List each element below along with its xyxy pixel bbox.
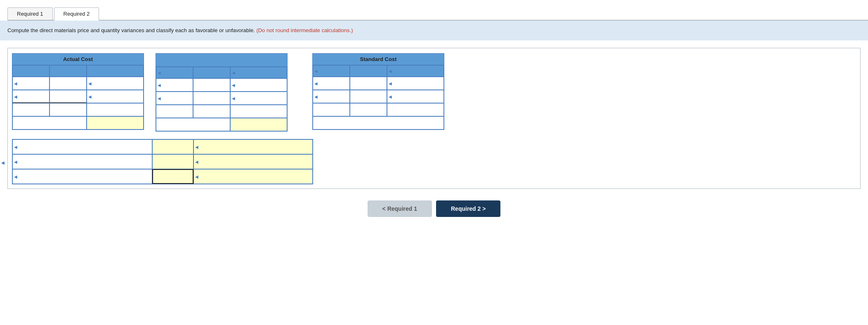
actual-subhdr-col2 (50, 65, 87, 77)
middle-data-row1: ◀ ◀ (156, 78, 287, 92)
quantity-variance-label-cell[interactable]: ◀ (12, 154, 152, 169)
tab-required2[interactable]: Required 2 (54, 7, 99, 21)
total-variance-value-cell[interactable] (152, 169, 193, 184)
total-variance-select-cell[interactable]: ◀ (193, 169, 313, 184)
actual-r1c1[interactable]: ◀ (12, 77, 50, 90)
standard-subhdr-col2 (350, 65, 387, 77)
nav-buttons: < Required 1 Required 2 > (7, 200, 861, 217)
actual-subhdr-col3[interactable]: ◀ (87, 65, 144, 77)
standard-subhdr-col1[interactable]: ◀ (313, 65, 350, 77)
tab-required1[interactable]: Required 1 (7, 7, 53, 20)
middle-yellow-empty (156, 118, 230, 131)
section-spacer (12, 132, 856, 139)
middle-data-row3 (156, 105, 287, 118)
price-variance-label-cell[interactable]: ◀ (12, 139, 152, 154)
middle-r1c3[interactable]: ◀ (230, 78, 287, 92)
price-variance-value-cell[interactable] (152, 139, 193, 154)
standard-data-row3 (313, 103, 444, 116)
total-variance-label-cell[interactable]: ◀ (12, 169, 152, 184)
middle-r2c2[interactable] (193, 92, 230, 105)
standard-r2c3[interactable]: ◀ (387, 90, 444, 103)
standard-data-row2: ◀ ◀ (313, 90, 444, 103)
actual-cost-group: Actual Cost ◀ ◀ ◀ (12, 53, 144, 130)
middle-yellow-row (156, 118, 287, 131)
standard-subheader-row: ◀ ◀ (313, 65, 444, 77)
standard-cost-group: Standard Cost ◀ ◀ ◀ (312, 53, 444, 130)
quantity-variance-select-cell[interactable]: ◀ (193, 154, 313, 169)
standard-r1c2[interactable] (350, 77, 387, 90)
middle-r1c1[interactable]: ◀ (156, 78, 193, 92)
instructions-box: Compute the direct materials price and q… (0, 21, 868, 40)
actual-r3c3[interactable] (87, 103, 144, 116)
standard-data-row1: ◀ ◀ (313, 77, 444, 90)
middle-group: ◀ ◀ ◀ ◀ (156, 53, 288, 132)
middle-r3c3[interactable] (230, 105, 287, 118)
instructions-note: (Do not round intermediate calculations.… (256, 27, 353, 33)
price-variance-row: ◀ ◀ (12, 139, 313, 154)
actual-yellow-empty (12, 116, 87, 130)
actual-r2c1[interactable]: ◀ (12, 90, 50, 103)
middle-subhdr-col1[interactable]: ◀ (156, 67, 193, 78)
standard-r3c1[interactable] (313, 103, 350, 116)
middle-data-row2: ◀ ◀ (156, 92, 287, 105)
standard-r3c2[interactable] (350, 103, 387, 116)
standard-r1c1[interactable]: ◀ (313, 77, 350, 90)
standard-bottom-row (313, 116, 444, 130)
middle-yellow-cell[interactable] (230, 118, 287, 131)
standard-cost-header: Standard Cost (313, 54, 444, 65)
prev-button[interactable]: < Required 1 (368, 200, 432, 217)
total-variance-row: ◀ ◀ (12, 169, 313, 184)
main-content: Actual Cost ◀ ◀ ◀ (0, 40, 868, 225)
actual-yellow-cell[interactable] (87, 116, 144, 130)
actual-data-row2: ◀ ◀ (12, 90, 144, 103)
spreadsheet-area: Actual Cost ◀ ◀ ◀ (7, 48, 861, 189)
actual-r2c2[interactable] (50, 90, 87, 103)
actual-cost-subheader-row: ◀ ◀ (12, 65, 144, 77)
middle-r1c2[interactable] (193, 78, 230, 92)
standard-bottom-empty (313, 116, 444, 130)
actual-cost-header: Actual Cost (12, 54, 144, 65)
standard-r2c2[interactable] (350, 90, 387, 103)
next-button[interactable]: Required 2 > (436, 200, 500, 217)
actual-r3c2[interactable] (50, 103, 87, 116)
variance-section: ◀ ◀ ◀ ◀ ◀ (12, 139, 313, 184)
actual-r1c2[interactable] (50, 77, 87, 90)
quantity-variance-value-cell[interactable] (152, 154, 193, 169)
middle-subhdr-col2 (193, 67, 230, 78)
actual-data-row1: ◀ ◀ (12, 77, 144, 90)
standard-r1c3[interactable]: ◀ (387, 77, 444, 90)
actual-r2c3[interactable]: ◀ (87, 90, 144, 103)
actual-r1c3[interactable]: ◀ (87, 77, 144, 90)
standard-r3c3[interactable] (387, 103, 444, 116)
standard-subhdr-col3[interactable]: ◀ (387, 65, 444, 77)
middle-r2c3[interactable]: ◀ (230, 92, 287, 105)
middle-subheader-row: ◀ ◀ (156, 67, 287, 78)
actual-data-row3 (12, 103, 144, 116)
middle-r2c1[interactable]: ◀ (156, 92, 193, 105)
middle-r3c1[interactable] (156, 105, 193, 118)
standard-r2c1[interactable]: ◀ (313, 90, 350, 103)
middle-r3c2[interactable] (193, 105, 230, 118)
middle-header (156, 54, 287, 67)
middle-subhdr-col3[interactable]: ◀ (230, 67, 287, 78)
actual-subhdr-col1[interactable]: ◀ (12, 65, 50, 77)
price-variance-select-cell[interactable]: ◀ (193, 139, 313, 154)
quantity-variance-row: ◀ ◀ (12, 154, 313, 169)
actual-r3c1[interactable] (12, 103, 50, 116)
actual-yellow-row (12, 116, 144, 130)
